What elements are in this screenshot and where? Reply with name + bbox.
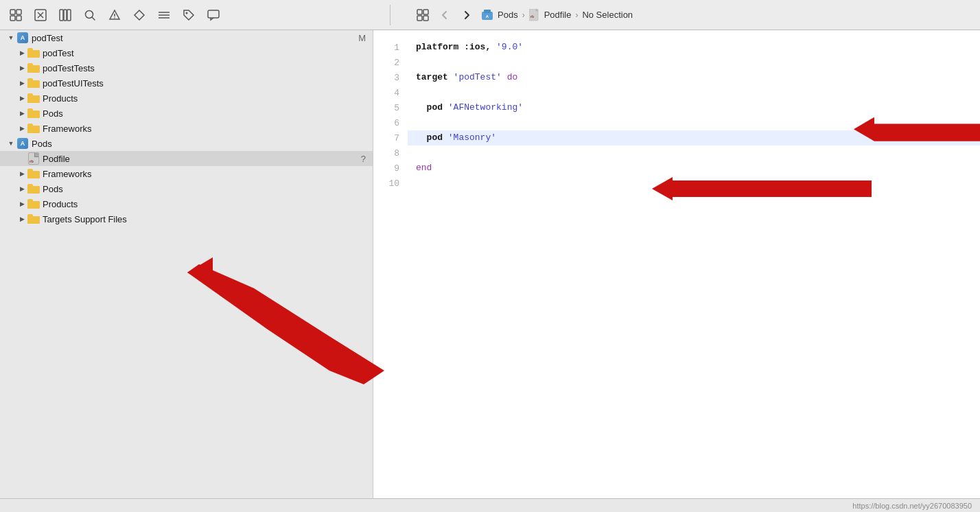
code-token: , [485, 40, 496, 55]
sidebar-item-pods-top[interactable]: Pods [0, 106, 373, 121]
folder-icon-wrap [27, 213, 40, 224]
code-line-9: end [416, 161, 980, 176]
arrow-right-icon [16, 213, 27, 224]
svg-rect-1 [16, 10, 21, 14]
sidebar-item-frameworks-pods[interactable]: Frameworks [0, 166, 373, 181]
svg-rect-3 [16, 16, 21, 21]
grid-3-icon[interactable] [58, 8, 73, 23]
arrow-right-icon [16, 123, 27, 134]
line-num-8: 8 [373, 146, 408, 161]
grid-view-icon[interactable] [415, 8, 430, 23]
forward-button[interactable] [459, 8, 474, 23]
search-toolbar-icon[interactable] [82, 8, 97, 23]
svg-rect-21 [417, 16, 422, 21]
sidebar-label: Pods [32, 139, 52, 149]
line-num-7: 7 [373, 130, 408, 146]
sidebar-item-podtest-folder[interactable]: podTest [0, 45, 373, 60]
svg-rect-22 [423, 16, 428, 21]
sidebar-item-pods-group[interactable]: Pods [0, 136, 373, 151]
breadcrumb-pods[interactable]: Pods [498, 10, 518, 20]
arrow-right-icon [16, 62, 27, 73]
code-token: :ios [464, 40, 485, 55]
line-num-6: 6 [373, 115, 408, 130]
code-line-2 [416, 55, 980, 70]
sidebar-item-podtesttests[interactable]: podTestTests [0, 60, 373, 75]
arrow-right-icon [16, 78, 27, 89]
sidebar-item-products-inner[interactable]: Products [0, 196, 373, 211]
sidebar-badge: M [358, 33, 366, 43]
line-num-10: 10 [373, 176, 408, 191]
list-icon[interactable] [156, 8, 172, 23]
folder-icon-wrap [27, 93, 40, 104]
sidebar-item-podtest-root[interactable]: podTest M [0, 30, 373, 45]
sidebar: podTest M podTest podTestTests podTest [0, 30, 373, 498]
code-line-6 [416, 115, 980, 130]
code-token: do [507, 70, 518, 85]
sidebar-item-targets[interactable]: Targets Support Files [0, 211, 373, 226]
sidebar-label: Podfile [43, 154, 70, 164]
code-line-1: platform :ios, '9.0' [416, 40, 980, 55]
arrow-right-icon [16, 47, 27, 58]
code-line-5: pod 'AFNetworking' [416, 100, 980, 115]
no-arrow [16, 153, 27, 164]
folder-icon-wrap [27, 78, 40, 89]
tag-icon[interactable] [181, 8, 196, 23]
warning-icon[interactable] [107, 8, 122, 23]
app-icon [16, 138, 29, 149]
folder-icon-wrap [27, 198, 40, 209]
folder-icon-wrap [27, 183, 40, 194]
square-split-icon[interactable] [8, 8, 23, 23]
code-token: 'Masonry' [448, 130, 496, 146]
line-num-1: 1 [373, 40, 408, 55]
line-numbers: 1 2 3 4 5 6 7 8 9 10 [373, 30, 408, 498]
toolbar-left [8, 8, 379, 23]
sidebar-item-podtestuitests[interactable]: podTestUITests [0, 75, 373, 91]
code-line-3: target 'podTest' do [416, 70, 980, 85]
code-token: end [416, 161, 432, 176]
diamond-icon[interactable] [132, 8, 147, 23]
svg-point-17 [186, 12, 188, 14]
comment-icon[interactable] [206, 8, 221, 23]
sidebar-label: podTestTests [43, 63, 95, 73]
breadcrumb: A Pods › rb Podfile › No Selection [481, 9, 633, 21]
svg-rect-18 [208, 10, 219, 18]
sidebar-label: Products [43, 93, 78, 104]
folder-icon-wrap [27, 108, 40, 119]
arrow-right-icon [16, 168, 27, 179]
arrow-down-icon [5, 138, 16, 149]
code-content: platform :ios, '9.0' target 'podTest' do… [408, 30, 980, 498]
breadcrumb-podfile[interactable]: Podfile [544, 10, 572, 20]
x-box-icon[interactable] [33, 8, 48, 23]
code-line-4 [416, 85, 980, 100]
code-token: 'podTest' [454, 70, 502, 85]
folder-icon-wrap [27, 47, 40, 58]
code-token: target [416, 70, 454, 85]
sidebar-item-products-top[interactable]: Products [0, 91, 373, 106]
svg-rect-19 [417, 10, 422, 14]
statusbar: https://blog.csdn.net/yy2670083950 [0, 498, 980, 512]
code-token: pod [416, 130, 448, 146]
sidebar-label: Pods [43, 184, 63, 194]
code-line-7: pod 'Masonry' [408, 130, 980, 146]
back-button[interactable] [437, 8, 452, 23]
svg-point-13 [114, 17, 115, 19]
arrow-right-icon [16, 198, 27, 209]
code-editor[interactable]: 1 2 3 4 5 6 7 8 9 10 platform :ios, '9.0… [373, 30, 980, 498]
sidebar-label: Products [43, 199, 78, 209]
editor-content: 1 2 3 4 5 6 7 8 9 10 platform :ios, '9.0… [373, 30, 980, 498]
sidebar-item-pods-inner[interactable]: Pods [0, 181, 373, 196]
folder-icon-wrap [27, 123, 40, 134]
toolbar: A Pods › rb Podfile › No Selection [0, 0, 980, 30]
arrow-right-icon [16, 183, 27, 194]
sidebar-label: podTestUITests [43, 78, 104, 89]
svg-line-11 [92, 17, 95, 20]
code-token: '9.0' [496, 40, 523, 55]
sidebar-item-podfile[interactable]: Podfile ? [0, 151, 373, 166]
sidebar-item-frameworks-top[interactable]: Frameworks [0, 121, 373, 136]
svg-text:rb: rb [530, 14, 534, 19]
folder-icon-wrap [27, 62, 40, 73]
svg-rect-9 [67, 10, 71, 21]
sidebar-label: Pods [43, 108, 63, 119]
folder-icon-wrap [27, 168, 40, 179]
sidebar-label: Targets Support Files [43, 214, 127, 224]
